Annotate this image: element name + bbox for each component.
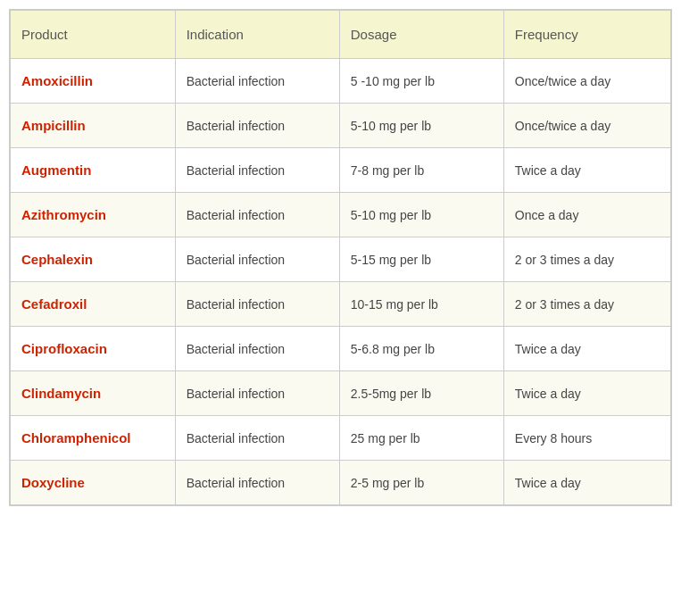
cell-indication: Bacterial infection — [175, 461, 339, 505]
table-row: AmoxicillinBacterial infection5 -10 mg p… — [11, 59, 671, 104]
cell-frequency: 2 or 3 times a day — [503, 282, 670, 327]
cell-indication: Bacterial infection — [175, 104, 339, 148]
cell-dosage: 5-15 mg per lb — [339, 237, 503, 282]
cell-frequency: Once/twice a day — [503, 59, 670, 104]
cell-indication: Bacterial infection — [175, 193, 339, 237]
table-row: CiprofloxacinBacterial infection5-6.8 mg… — [11, 327, 671, 371]
cell-indication: Bacterial infection — [175, 59, 339, 104]
table-row: AmpicillinBacterial infection5-10 mg per… — [11, 104, 671, 148]
cell-indication: Bacterial infection — [175, 282, 339, 327]
cell-product: Chloramphenicol — [11, 416, 176, 461]
cell-indication: Bacterial infection — [175, 148, 339, 193]
cell-indication: Bacterial infection — [175, 327, 339, 371]
cell-dosage: 5-6.8 mg per lb — [339, 327, 503, 371]
cell-product: Amoxicillin — [11, 59, 176, 104]
cell-indication: Bacterial infection — [175, 371, 339, 416]
cell-product: Doxycline — [11, 461, 176, 505]
cell-dosage: 5-10 mg per lb — [339, 104, 503, 148]
table-row: CephalexinBacterial infection5-15 mg per… — [11, 237, 671, 282]
cell-product: Augmentin — [11, 148, 176, 193]
product-name: Cefadroxil — [21, 296, 87, 312]
table-row: ClindamycinBacterial infection2.5-5mg pe… — [11, 371, 671, 416]
table-body: AmoxicillinBacterial infection5 -10 mg p… — [11, 59, 671, 505]
product-name: Ampicillin — [21, 118, 86, 133]
cell-frequency: 2 or 3 times a day — [503, 237, 670, 282]
cell-indication: Bacterial infection — [175, 237, 339, 282]
cell-dosage: 2-5 mg per lb — [339, 461, 503, 505]
product-name: Clindamycin — [21, 386, 101, 401]
cell-dosage: 25 mg per lb — [339, 416, 503, 461]
cell-product: Ciprofloxacin — [11, 327, 176, 371]
table-row: CefadroxilBacterial infection10-15 mg pe… — [11, 282, 671, 327]
cell-dosage: 10-15 mg per lb — [339, 282, 503, 327]
table-row: AzithromycinBacterial infection5-10 mg p… — [11, 193, 671, 237]
table-row: AugmentinBacterial infection7-8 mg per l… — [11, 148, 671, 193]
cell-frequency: Once a day — [503, 193, 670, 237]
cell-frequency: Once/twice a day — [503, 104, 670, 148]
cell-dosage: 2.5-5mg per lb — [339, 371, 503, 416]
product-name: Azithromycin — [21, 207, 106, 222]
cell-dosage: 5 -10 mg per lb — [339, 59, 503, 104]
cell-frequency: Twice a day — [503, 327, 670, 371]
medication-table: Product Indication Dosage Frequency Amox… — [9, 9, 672, 506]
cell-product: Azithromycin — [11, 193, 176, 237]
header-dosage: Dosage — [339, 11, 503, 59]
table-row: ChloramphenicolBacterial infection25 mg … — [11, 416, 671, 461]
cell-product: Ampicillin — [11, 104, 176, 148]
cell-frequency: Twice a day — [503, 371, 670, 416]
header-indication: Indication — [175, 11, 339, 59]
product-name: Ciprofloxacin — [21, 341, 107, 356]
cell-frequency: Every 8 hours — [503, 416, 670, 461]
product-name: Cephalexin — [21, 252, 93, 267]
cell-dosage: 5-10 mg per lb — [339, 193, 503, 237]
product-name: Amoxicillin — [21, 73, 93, 88]
cell-frequency: Twice a day — [503, 461, 670, 505]
product-name: Chloramphenicol — [21, 430, 131, 445]
table-row: DoxyclineBacterial infection2-5 mg per l… — [11, 461, 671, 505]
cell-product: Cephalexin — [11, 237, 176, 282]
table-header-row: Product Indication Dosage Frequency — [11, 11, 671, 59]
header-frequency: Frequency — [503, 11, 670, 59]
cell-product: Clindamycin — [11, 371, 176, 416]
product-name: Doxycline — [21, 475, 85, 490]
cell-indication: Bacterial infection — [175, 416, 339, 461]
cell-dosage: 7-8 mg per lb — [339, 148, 503, 193]
product-name: Augmentin — [21, 162, 91, 178]
header-product: Product — [11, 11, 176, 59]
cell-product: Cefadroxil — [11, 282, 176, 327]
cell-frequency: Twice a day — [503, 148, 670, 193]
